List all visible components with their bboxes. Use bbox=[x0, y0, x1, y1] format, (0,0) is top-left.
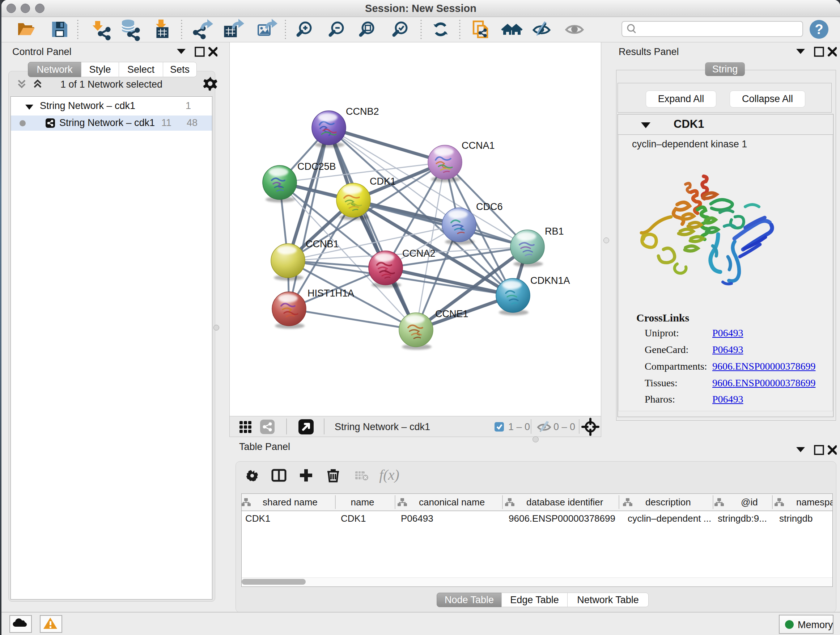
svg-text:database identifier: database identifier bbox=[526, 497, 603, 508]
svg-text:CCNB2: CCNB2 bbox=[346, 106, 379, 117]
svg-text:name: name bbox=[351, 497, 374, 508]
svg-text:description: description bbox=[645, 497, 691, 508]
svg-text:0 – 0: 0 – 0 bbox=[554, 421, 575, 432]
svg-text:shared name: shared name bbox=[263, 497, 317, 508]
svg-text:CDKN1A: CDKN1A bbox=[531, 275, 570, 286]
svg-text:CDC6: CDC6 bbox=[476, 201, 503, 212]
svg-text:CCNB1: CCNB1 bbox=[306, 239, 339, 249]
svg-text:RB1: RB1 bbox=[545, 226, 564, 237]
svg-text:?: ? bbox=[815, 22, 823, 37]
svg-text:String Network – cdk1: String Network – cdk1 bbox=[335, 421, 430, 432]
svg-text:f(x): f(x) bbox=[379, 467, 399, 483]
svg-text:CCNE1: CCNE1 bbox=[435, 309, 469, 319]
svg-text:namespace: namespace bbox=[796, 497, 832, 508]
svg-text:CDC25B: CDC25B bbox=[297, 161, 336, 172]
svg-text:CCNA2: CCNA2 bbox=[402, 248, 436, 259]
svg-text:@id: @id bbox=[741, 497, 758, 508]
svg-text:1 – 0: 1 – 0 bbox=[508, 421, 530, 432]
svg-text:CCNA1: CCNA1 bbox=[462, 140, 495, 151]
svg-text:CDK1: CDK1 bbox=[370, 176, 396, 187]
svg-text:canonical name: canonical name bbox=[419, 497, 485, 508]
svg-text:HIST1H1A: HIST1H1A bbox=[308, 288, 354, 299]
